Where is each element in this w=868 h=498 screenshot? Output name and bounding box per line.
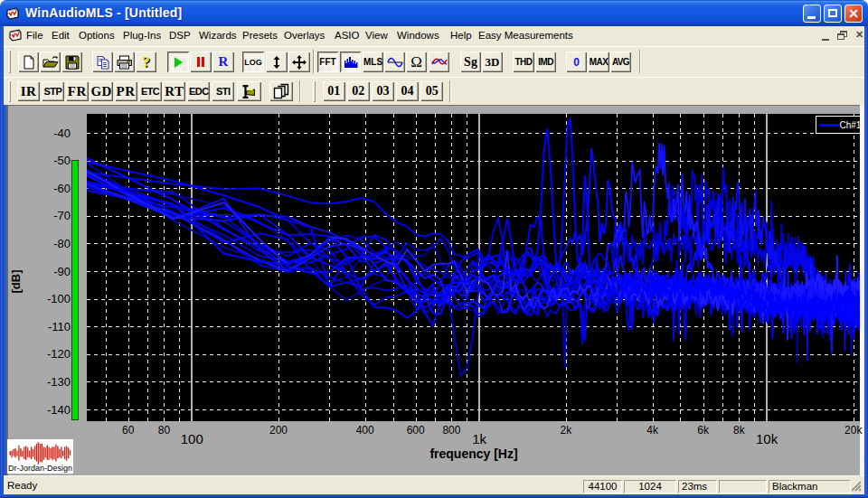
svg-text:-90: -90 (53, 265, 71, 278)
svg-text:2k: 2k (561, 424, 573, 437)
svg-text:-60: -60 (53, 182, 71, 195)
svg-text:8k: 8k (733, 424, 746, 437)
svg-text:-140: -140 (47, 403, 71, 417)
svg-text:1k: 1k (472, 431, 486, 446)
svg-text:80: 80 (158, 424, 171, 437)
svg-text:20k: 20k (844, 424, 863, 437)
svg-text:frequency [Hz]: frequency [Hz] (429, 446, 517, 461)
svg-text:600: 600 (407, 424, 425, 437)
svg-text:-40: -40 (53, 127, 71, 140)
svg-text:10k: 10k (756, 431, 778, 446)
svg-text:-80: -80 (53, 237, 71, 250)
svg-text:-110: -110 (48, 320, 71, 334)
svg-text:6k: 6k (697, 424, 710, 437)
svg-text:400: 400 (356, 424, 374, 437)
svg-text:Ch#1: Ch#1 (840, 120, 862, 130)
svg-text:Dr-Jordan-Design: Dr-Jordan-Design (8, 464, 72, 473)
svg-text:-70: -70 (53, 209, 71, 222)
svg-text:[dB]: [dB] (9, 270, 23, 294)
svg-text:4k: 4k (646, 424, 659, 437)
svg-text:200: 200 (269, 424, 288, 437)
svg-text:-130: -130 (47, 375, 71, 389)
svg-text:60: 60 (122, 424, 135, 437)
svg-text:800: 800 (442, 424, 460, 437)
svg-text:100: 100 (181, 431, 203, 446)
svg-text:-120: -120 (47, 347, 71, 361)
svg-text:-100: -100 (47, 292, 71, 305)
svg-text:-50: -50 (53, 154, 71, 167)
